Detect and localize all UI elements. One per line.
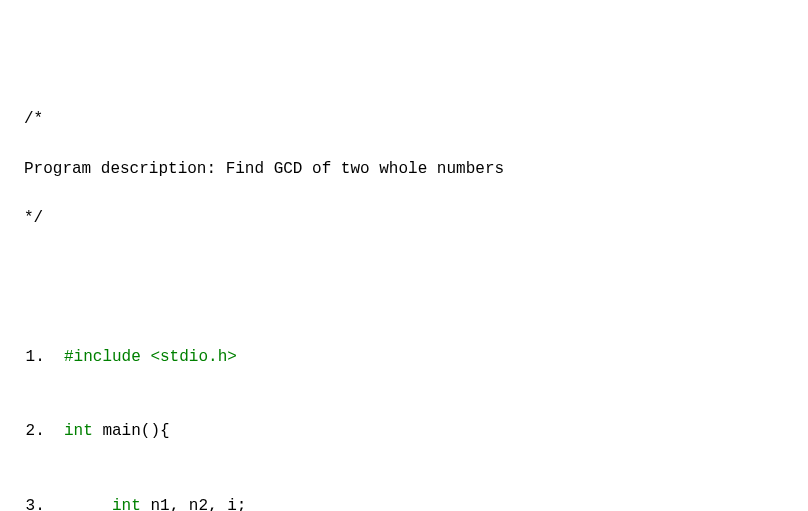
code-line-3: 3. int n1, n2, i; [24, 494, 784, 511]
text: Program description: Find GCD of two who… [24, 160, 504, 178]
code-line-1: 1. #include <stdio.h> [24, 345, 784, 370]
comment-close: */ [24, 206, 784, 231]
keyword-int: int [64, 422, 93, 440]
comment-open: /* [24, 107, 784, 132]
line-number: 2. [24, 419, 45, 444]
line-number: 1. [24, 345, 45, 370]
spacer [24, 281, 784, 295]
indent [64, 497, 112, 511]
comment-desc: Program description: Find GCD of two who… [24, 157, 784, 182]
line-number: 3. [24, 494, 45, 511]
code-text: main(){ [93, 422, 170, 440]
text: /* [24, 110, 43, 128]
text: */ [24, 209, 43, 227]
code-line-2: 2. int main(){ [24, 419, 784, 444]
keyword-int: int [112, 497, 141, 511]
preprocessor: #include <stdio.h> [64, 348, 237, 366]
code-text: n1, n2, i; [141, 497, 247, 511]
